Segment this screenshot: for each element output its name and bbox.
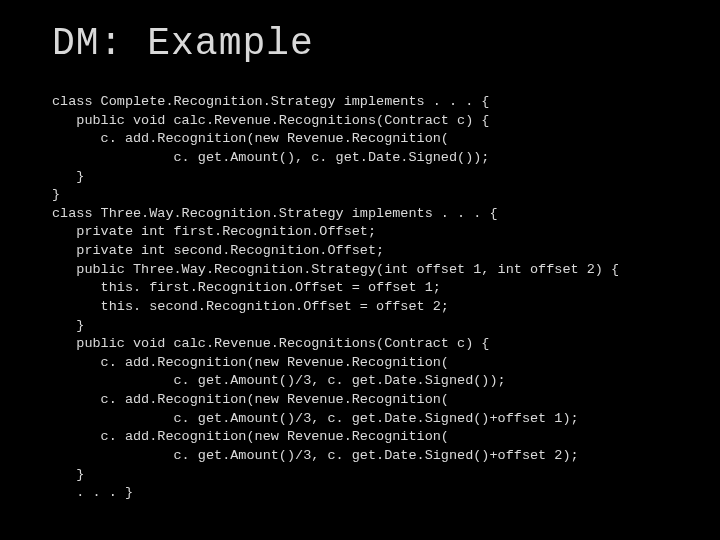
slide-title: DM: Example (52, 22, 680, 65)
slide: DM: Example class Complete.Recognition.S… (0, 0, 720, 540)
code-block: class Complete.Recognition.Strategy impl… (52, 93, 680, 503)
